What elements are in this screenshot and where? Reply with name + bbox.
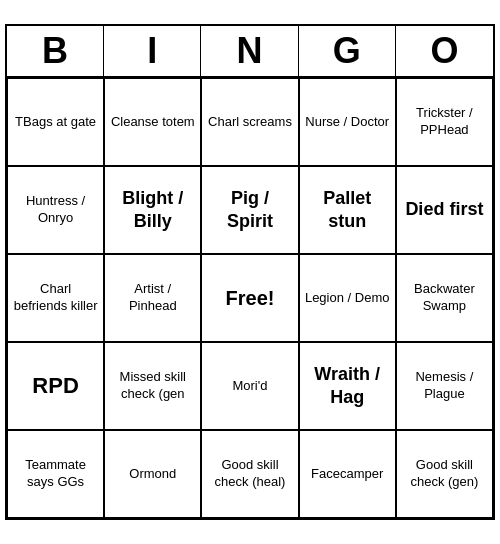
bingo-cell-9: Died first	[396, 166, 493, 254]
bingo-cell-22: Good skill check (heal)	[201, 430, 298, 518]
bingo-cell-24: Good skill check (gen)	[396, 430, 493, 518]
bingo-grid: TBags at gateCleanse totemCharl screamsN…	[7, 78, 493, 518]
bingo-cell-6: Blight / Billy	[104, 166, 201, 254]
bingo-cell-8: Pallet stun	[299, 166, 396, 254]
bingo-letter-b: B	[7, 26, 104, 76]
bingo-cell-1: Cleanse totem	[104, 78, 201, 166]
bingo-cell-15: RPD	[7, 342, 104, 430]
bingo-cell-0: TBags at gate	[7, 78, 104, 166]
bingo-header: BINGO	[7, 26, 493, 78]
bingo-cell-3: Nurse / Doctor	[299, 78, 396, 166]
bingo-cell-17: Mori'd	[201, 342, 298, 430]
bingo-letter-o: O	[396, 26, 493, 76]
bingo-card: BINGO TBags at gateCleanse totemCharl sc…	[5, 24, 495, 520]
bingo-cell-20: Teammate says GGs	[7, 430, 104, 518]
bingo-cell-7: Pig / Spirit	[201, 166, 298, 254]
bingo-letter-n: N	[201, 26, 298, 76]
bingo-cell-16: Missed skill check (gen	[104, 342, 201, 430]
bingo-cell-21: Ormond	[104, 430, 201, 518]
bingo-cell-23: Facecamper	[299, 430, 396, 518]
bingo-letter-g: G	[299, 26, 396, 76]
bingo-letter-i: I	[104, 26, 201, 76]
bingo-cell-12: Free!	[201, 254, 298, 342]
bingo-cell-13: Legion / Demo	[299, 254, 396, 342]
bingo-cell-14: Backwater Swamp	[396, 254, 493, 342]
bingo-cell-18: Wraith / Hag	[299, 342, 396, 430]
bingo-cell-19: Nemesis / Plague	[396, 342, 493, 430]
bingo-cell-10: Charl befriends killer	[7, 254, 104, 342]
bingo-cell-4: Trickster / PPHead	[396, 78, 493, 166]
bingo-cell-2: Charl screams	[201, 78, 298, 166]
bingo-cell-5: Huntress / Onryo	[7, 166, 104, 254]
bingo-cell-11: Artist / Pinhead	[104, 254, 201, 342]
